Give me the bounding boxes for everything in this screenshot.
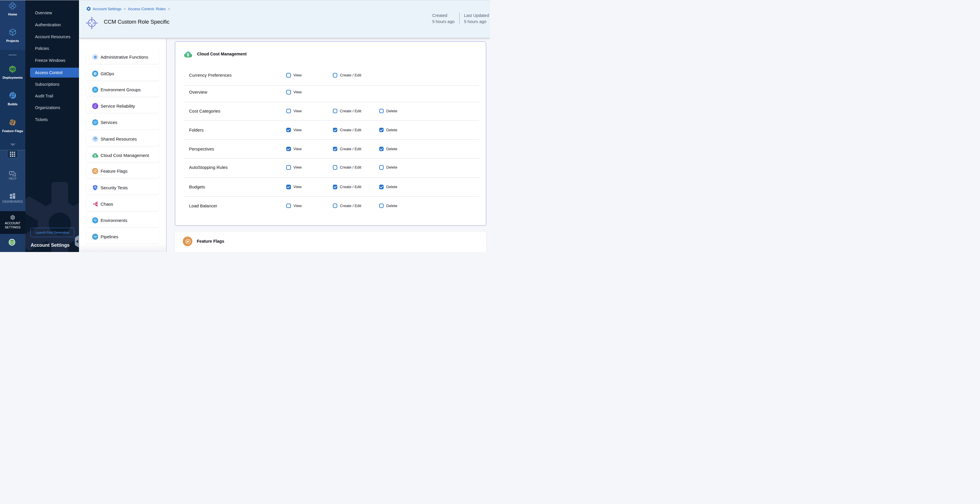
svg-text:$: $ (187, 52, 189, 57)
svg-text:?: ? (11, 171, 13, 174)
svg-text:$: $ (94, 154, 96, 157)
